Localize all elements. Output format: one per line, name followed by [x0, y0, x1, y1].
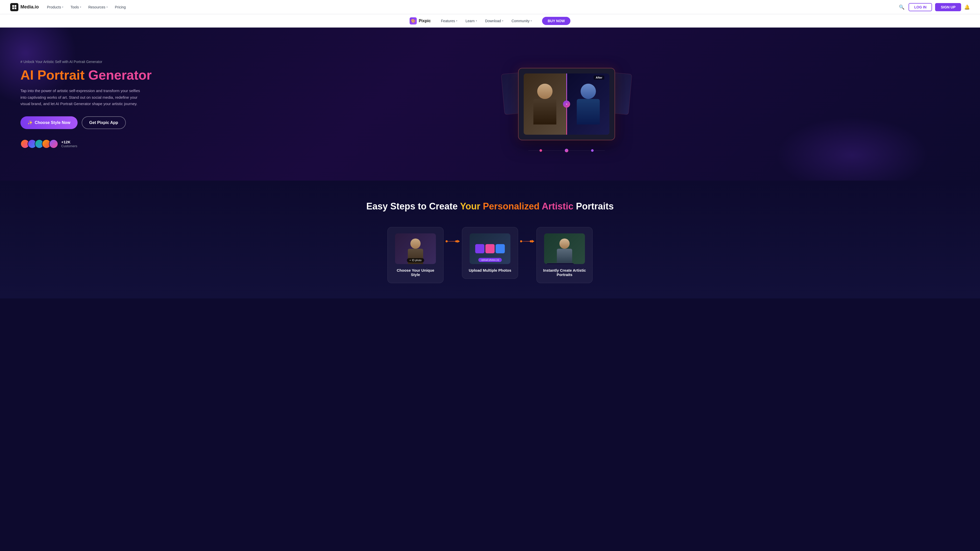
steps-section: Easy Steps to Create Your Personalized A…	[0, 181, 980, 299]
subnav-community[interactable]: Community ▾	[511, 19, 532, 23]
chevron-down-icon: ▾	[531, 19, 532, 22]
step-2-card: Upload photos (4) Upload Multiple Photos	[462, 227, 518, 279]
step1-head	[410, 238, 421, 249]
step-1-image: + ID photo	[395, 233, 436, 264]
step-3-result: Save photo success !	[557, 238, 572, 264]
orbit-dot	[591, 149, 593, 152]
person-before	[533, 84, 556, 124]
hero-title: AI Portrait Generator	[21, 68, 173, 83]
pixpic-icon: ✦	[566, 103, 568, 105]
svg-rect-3	[14, 7, 16, 9]
step-arrow-2	[520, 227, 535, 256]
person-after	[577, 84, 600, 124]
avatar	[49, 139, 58, 148]
notifications-icon[interactable]: 🔔	[964, 4, 970, 10]
logo[interactable]: Media.io	[10, 3, 39, 11]
subnav-download[interactable]: Download ▾	[485, 19, 503, 23]
arrow-dot	[530, 240, 532, 242]
customer-avatars	[21, 139, 58, 148]
step-1-label: + ID photo	[407, 258, 424, 262]
portrait-before	[524, 73, 566, 135]
nav-resources[interactable]: Resources ▾	[88, 5, 108, 9]
top-nav-right: 🔍 LOG IN SIGN UP 🔔	[898, 3, 970, 11]
portrait-divider: ✦	[566, 73, 567, 135]
divider-circle: ✦	[563, 100, 570, 108]
get-app-button[interactable]: Get Pixpic App	[82, 116, 126, 129]
sub-nav-links: Features ▾ Learn ▾ Download ▾ Community …	[441, 19, 532, 23]
brand-icon: 🎨	[410, 17, 417, 24]
sub-navbar: 🎨 Pixpic Features ▾ Learn ▾ Download ▾ C…	[0, 14, 980, 27]
step-1-title: Choose Your Unique Style	[394, 268, 437, 277]
hero-description: Tap into the power of artistic self-expr…	[21, 87, 143, 107]
orbit-decoration	[528, 145, 605, 156]
subnav-learn[interactable]: Learn ▾	[466, 19, 477, 23]
step-3-card: Save photo success ! Instantly Create Ar…	[536, 227, 593, 283]
top-navbar: Media.io Products ▾ Tools ▾ Resources ▾ …	[0, 0, 980, 14]
arrow-head-icon	[457, 240, 460, 243]
top-nav-left: Media.io Products ▾ Tools ▾ Resources ▾ …	[10, 3, 126, 11]
hero-customers: +12K Customers	[21, 139, 173, 148]
body-after	[577, 99, 600, 124]
arrow-dash	[448, 241, 455, 241]
photo-thumb-2	[485, 244, 495, 253]
arrow-shape	[520, 240, 535, 243]
portrait-after	[567, 73, 610, 135]
customer-stats: +12K Customers	[61, 140, 77, 148]
buy-now-button[interactable]: BUY NOW	[542, 17, 570, 25]
device-mockup: Before After ✦	[518, 68, 615, 140]
chevron-down-icon: ▾	[62, 6, 63, 8]
svg-rect-1	[14, 5, 16, 7]
step-2-image: Upload photos (4)	[469, 233, 511, 264]
arrow-head-icon	[532, 240, 535, 243]
photo-thumb-1	[475, 244, 484, 253]
arrow-dot	[520, 240, 522, 242]
choose-style-button[interactable]: ✨ Choose Style Now	[21, 116, 78, 129]
steps-grid: + ID photo Choose Your Unique Style	[21, 227, 959, 283]
hero-content: # Unlock Your Artistic Self with AI Port…	[21, 60, 173, 148]
chevron-down-icon: ▾	[502, 19, 503, 22]
arrow-dot	[455, 240, 457, 242]
hero-title-part2: Generator	[88, 68, 152, 83]
arrow-dot	[445, 240, 448, 242]
hero-tag: # Unlock Your Artistic Self with AI Port…	[21, 60, 173, 64]
hero-title-part1: AI Portrait	[21, 68, 84, 83]
photo-thumb-3	[496, 244, 505, 253]
subnav-features[interactable]: Features ▾	[441, 19, 457, 23]
logo-icon	[10, 3, 18, 11]
device-screen: Before After ✦	[524, 73, 609, 135]
search-button[interactable]: 🔍	[898, 3, 905, 11]
steps-title: Easy Steps to Create Your Personalized A…	[21, 201, 959, 212]
chevron-down-icon: ▾	[80, 6, 81, 8]
customer-label: Customers	[61, 144, 77, 148]
nav-pricing[interactable]: Pricing	[115, 5, 126, 9]
step3-head	[559, 238, 570, 249]
brand-logo[interactable]: 🎨 Pixpic	[410, 17, 431, 24]
wand-icon: ✨	[27, 120, 33, 125]
orbit-dot-large	[565, 149, 568, 152]
upload-btn-mini: Upload photos (4)	[478, 258, 502, 262]
chevron-down-icon: ▾	[456, 19, 457, 22]
signup-button[interactable]: SIGN UP	[935, 3, 961, 11]
head-before	[537, 84, 552, 99]
nav-tools[interactable]: Tools ▾	[70, 5, 81, 9]
hero-visual: Before After ✦	[173, 68, 959, 140]
hero-buttons: ✨ Choose Style Now Get Pixpic App	[21, 116, 173, 129]
step-2-title: Upload Multiple Photos	[469, 268, 511, 272]
step-1-card: + ID photo Choose Your Unique Style	[387, 227, 444, 283]
orbit-dot	[539, 149, 542, 152]
chevron-down-icon: ▾	[107, 6, 108, 8]
login-button[interactable]: LOG IN	[908, 3, 932, 11]
step-arrow-1	[445, 227, 460, 256]
customer-count: +12K	[61, 140, 77, 144]
save-badge: Save photo success !	[546, 263, 575, 264]
svg-rect-2	[12, 7, 14, 9]
chevron-down-icon: ▾	[476, 19, 477, 22]
hero-section: # Unlock Your Artistic Self with AI Port…	[0, 27, 980, 181]
top-nav-links: Products ▾ Tools ▾ Resources ▾ Pricing	[47, 5, 126, 9]
step-3-title: Instantly Create Artistic Portraits	[543, 268, 586, 277]
upload-photos	[473, 241, 508, 256]
nav-products[interactable]: Products ▾	[47, 5, 63, 9]
head-after	[581, 84, 596, 99]
step3-body	[557, 249, 572, 264]
step-3-image: Save photo success !	[544, 233, 585, 264]
